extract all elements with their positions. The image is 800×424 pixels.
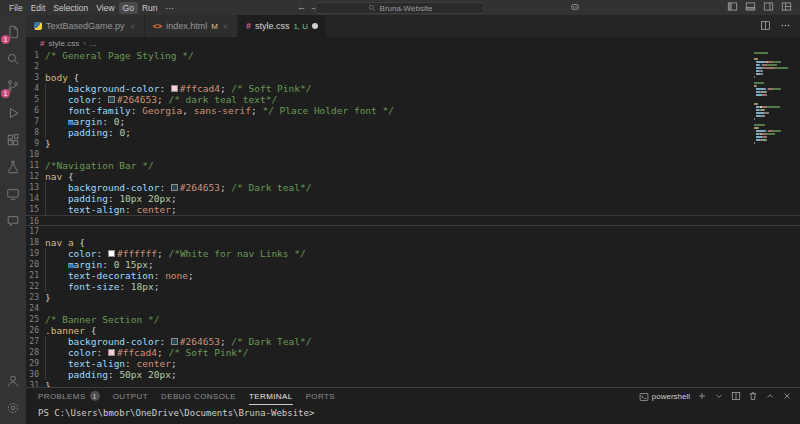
close-tab-button[interactable] — [222, 23, 229, 30]
breadcrumb-file[interactable]: style.css — [48, 39, 79, 48]
layout-controls — [727, 1, 800, 14]
breadcrumb[interactable]: # style.css › ... — [26, 37, 800, 50]
code-text: background-color: #264653; /* Dark teal*… — [45, 182, 800, 193]
terminal[interactable]: PS C:\Users\bmobr\OneDrive\Documents\Bru… — [26, 405, 800, 424]
chevron-down-button[interactable] — [714, 391, 724, 403]
split-button[interactable] — [731, 391, 741, 403]
close-tab-button[interactable] — [129, 23, 136, 30]
menu-go[interactable]: Go — [119, 2, 138, 14]
split-editor-button[interactable] — [760, 20, 771, 33]
minimap-line — [754, 124, 790, 126]
code-text — [45, 303, 800, 314]
activitybar-extensions[interactable] — [0, 126, 26, 153]
breadcrumb-more[interactable]: ... — [90, 39, 97, 48]
split-icon — [731, 391, 741, 401]
customize-layout-button[interactable] — [781, 1, 792, 14]
code-text: color: #ffffff; /*White for nav Links */ — [45, 248, 800, 259]
git-modified-badge: M — [211, 22, 218, 31]
code-line[interactable]: 10 — [26, 149, 800, 160]
line-number: 7 — [26, 116, 42, 127]
minimap[interactable] — [754, 52, 790, 145]
activitybar-chat[interactable] — [0, 207, 26, 234]
code-line[interactable]: 21 text-decoration: none; — [26, 270, 800, 281]
code-line[interactable]: 11/*Navigation Bar */ — [26, 160, 800, 171]
panel-tab-problems[interactable]: PROBLEMS1 — [38, 388, 100, 405]
command-center[interactable]: Bruna-Website — [315, 2, 485, 14]
menu-run[interactable]: Run — [138, 2, 162, 14]
code-line[interactable]: 17 — [26, 226, 800, 237]
toggle-primary-sidebar-icon — [727, 1, 738, 12]
code-line[interactable]: 7 margin: 0; — [26, 116, 800, 127]
panel-tab-output[interactable]: OUTPUT — [113, 388, 148, 405]
code-line[interactable]: 12nav { — [26, 171, 800, 182]
code-line[interactable]: 5 color: #264653; /* dark teal text*/ — [26, 94, 800, 105]
code-line[interactable]: 9} — [26, 138, 800, 149]
minimap-line — [754, 139, 790, 141]
tab-textbasedgame.py[interactable]: TextBasedGame.py — [26, 15, 145, 37]
code-editor[interactable]: 1/* General Page Styling */23body {4 bac… — [26, 50, 800, 387]
code-line[interactable]: 3body { — [26, 72, 800, 83]
code-line[interactable]: 15 text-align: center; — [26, 204, 800, 215]
line-number: 31 — [26, 380, 42, 387]
toggle-secondary-sidebar-button[interactable] — [763, 1, 774, 14]
close-button[interactable] — [782, 391, 792, 403]
tab-style.css[interactable]: #style.css1, U — [238, 15, 327, 37]
terminal-profile[interactable]: powershell — [639, 392, 690, 402]
code-line[interactable]: 24 — [26, 303, 800, 314]
minimap-line — [754, 121, 790, 123]
activity-badge: 1 — [1, 35, 10, 44]
code-line[interactable]: 6 font-family: Georgia, sans-serif; */ P… — [26, 105, 800, 116]
more-actions-button[interactable] — [780, 20, 791, 33]
code-line[interactable]: 2 — [26, 61, 800, 72]
activitybar-remote-explorer[interactable] — [0, 180, 26, 207]
code-line[interactable]: 31} — [26, 380, 800, 387]
panel-tab-terminal[interactable]: TERMINAL — [249, 388, 293, 405]
code-line[interactable]: 22 font-size: 18px; — [26, 281, 800, 292]
activitybar-account[interactable] — [0, 367, 26, 394]
code-line[interactable]: 26.banner { — [26, 325, 800, 336]
tab-label: TextBasedGame.py — [46, 21, 125, 31]
code-line[interactable]: 13 background-color: #264653; /* Dark te… — [26, 182, 800, 193]
activitybar-run-and-debug[interactable] — [0, 99, 26, 126]
activitybar-source-control[interactable]: 1 — [0, 72, 26, 99]
menu-more[interactable]: ··· — [162, 2, 179, 14]
toggle-primary-sidebar-button[interactable] — [727, 1, 738, 14]
activitybar-settings[interactable] — [0, 394, 26, 421]
code-line[interactable]: 23} — [26, 292, 800, 303]
menu-view[interactable]: View — [92, 2, 118, 14]
chat-icon — [6, 214, 20, 228]
indent-guide — [45, 259, 46, 270]
code-line[interactable]: 1/* General Page Styling */ — [26, 50, 800, 61]
history-back-icon[interactable]: ← — [297, 1, 306, 14]
menu-edit[interactable]: Edit — [27, 2, 50, 14]
panel-tab-ports[interactable]: PORTS — [306, 388, 335, 405]
menu-selection[interactable]: Selection — [49, 2, 92, 14]
trash-button[interactable] — [748, 391, 758, 403]
code-line[interactable]: 4 background-color: #ffcad4; /* Soft Pin… — [26, 83, 800, 94]
activitybar-testing[interactable] — [0, 153, 26, 180]
activitybar-explorer[interactable]: 1 — [0, 18, 26, 45]
copilot-icon[interactable] — [570, 2, 580, 12]
panel-tabs: PROBLEMS1OUTPUTDEBUG CONSOLETERMINALPORT… — [38, 388, 348, 405]
code-line[interactable]: 8 padding: 0; — [26, 127, 800, 138]
menu-file[interactable]: File — [5, 2, 27, 14]
code-line[interactable]: 25/* Banner Section */ — [26, 314, 800, 325]
code-line[interactable]: 18nav a { — [26, 237, 800, 248]
code-line[interactable]: 16 — [26, 215, 800, 226]
code-text: body { — [45, 72, 800, 83]
code-line[interactable]: 29 text-align: center; — [26, 358, 800, 369]
code-line[interactable]: 20 margin: 0 15px; — [26, 259, 800, 270]
code-line[interactable]: 19 color: #ffffff; /*White for nav Links… — [26, 248, 800, 259]
code-text: /* General Page Styling */ — [45, 50, 800, 61]
code-line[interactable]: 14 padding: 10px 20px; — [26, 193, 800, 204]
panel-tab-debug-console[interactable]: DEBUG CONSOLE — [161, 388, 236, 405]
toggle-secondary-sidebar-icon — [763, 1, 774, 12]
tab-index.html[interactable]: <>index.htmlM — [145, 15, 238, 37]
plus-button[interactable] — [697, 391, 707, 403]
activitybar-search[interactable] — [0, 45, 26, 72]
toggle-panel-button[interactable] — [745, 1, 756, 14]
code-line[interactable]: 27 background-color: #264653; /* Dark Te… — [26, 336, 800, 347]
code-line[interactable]: 28 color: #ffcad4; /* Soft Pink*/ — [26, 347, 800, 358]
chevron-up-button[interactable] — [765, 391, 775, 403]
code-line[interactable]: 30 padding: 50px 20px; — [26, 369, 800, 380]
